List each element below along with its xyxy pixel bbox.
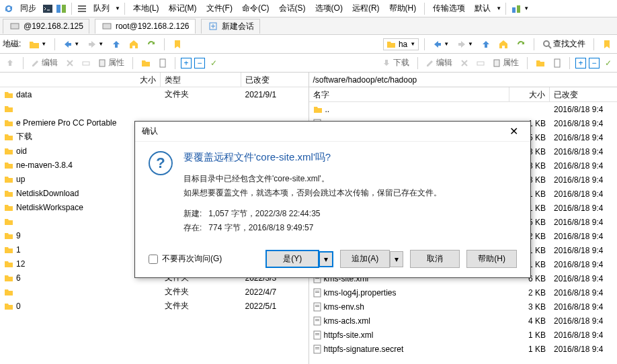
list-item[interactable]: kms-env.sh3 KB2016/8/18 9:4 xyxy=(309,300,618,314)
menu-remote[interactable]: 远程(R) xyxy=(348,1,384,15)
remote-path[interactable]: /software/hadoop/etc/hadoop xyxy=(309,73,618,87)
col-size[interactable]: 大小 xyxy=(509,87,550,101)
yes-dropdown[interactable]: ▾ xyxy=(319,251,333,267)
svg-rect-67 xyxy=(315,347,319,348)
menu-options[interactable]: 选项(O) xyxy=(311,1,347,15)
new-folder-icon[interactable] xyxy=(138,58,153,69)
folder-open-icon[interactable]: ▼ xyxy=(26,38,49,50)
svg-rect-58 xyxy=(315,305,319,306)
new-folder-icon[interactable] xyxy=(533,58,548,69)
no-ask-checkbox[interactable]: 不要再次询问(G) xyxy=(149,253,222,265)
delete-icon[interactable] xyxy=(63,58,77,69)
tab-session-1[interactable]: @192.168.2.125 xyxy=(3,19,89,34)
list-item[interactable]: httpfs-site.xml1 KB2016/8/18 9:4 xyxy=(309,328,618,342)
check-icon[interactable]: ✓ xyxy=(602,57,614,69)
col-size[interactable]: 大小 xyxy=(140,75,156,85)
terminal-icon[interactable] xyxy=(42,3,54,15)
new-file-icon[interactable] xyxy=(550,57,564,69)
close-icon[interactable]: ✕ xyxy=(503,125,524,138)
transfer-default[interactable]: 默认 xyxy=(470,1,495,15)
yes-button[interactable]: 是(Y) xyxy=(265,250,319,268)
tab-label: @192.168.2.125 xyxy=(24,21,83,31)
nav-home-icon[interactable] xyxy=(126,38,141,50)
list-item[interactable]: ..2016/8/18 9:4 xyxy=(309,102,618,116)
queue-icon[interactable] xyxy=(76,3,88,15)
svg-rect-65 xyxy=(315,334,319,335)
dialog-heading: 要覆盖远程文件'core-site.xml'吗? xyxy=(183,151,517,164)
list-item[interactable]: httpfs-signature.secret1 KB2016/8/18 9:4 xyxy=(309,342,618,356)
expand-icon[interactable]: + xyxy=(575,58,586,69)
delete-icon[interactable] xyxy=(458,58,471,69)
settings-icon[interactable] xyxy=(510,3,522,15)
tab-new-session[interactable]: 新建会话 xyxy=(201,19,260,34)
list-item[interactable]: data文件夹2021/9/1 xyxy=(0,87,308,101)
menu-mark[interactable]: 标记(M) xyxy=(165,1,201,15)
new-file-icon[interactable] xyxy=(156,57,169,69)
nav-fwd-icon[interactable]: ▼ xyxy=(454,38,476,50)
cancel-button[interactable]: 取消 xyxy=(410,250,460,268)
collapse-icon[interactable]: − xyxy=(589,58,600,69)
col-name[interactable]: 名字 xyxy=(309,87,510,101)
host-icon xyxy=(9,20,21,32)
bookmark-icon[interactable] xyxy=(170,38,185,50)
help-button[interactable]: 帮助(H) xyxy=(466,250,517,268)
question-icon: ? xyxy=(149,151,173,175)
svg-rect-5 xyxy=(78,11,86,12)
list-item[interactable]: kms-log4j.properties2 KB2016/8/18 9:4 xyxy=(309,285,618,300)
compare-icon[interactable] xyxy=(55,3,67,15)
nav-back-icon[interactable]: ▼ xyxy=(430,38,452,50)
svg-rect-8 xyxy=(11,24,19,29)
rename-icon[interactable] xyxy=(474,58,487,69)
sync-icon[interactable] xyxy=(3,3,15,15)
list-item[interactable]: 文件夹2022/4/7 xyxy=(0,285,308,299)
new-session-icon xyxy=(207,20,219,32)
nav-fwd-icon[interactable]: ▼ xyxy=(85,38,106,50)
refresh-icon[interactable] xyxy=(144,38,159,50)
menu-local[interactable]: 本地(L) xyxy=(129,1,163,15)
expand-icon[interactable]: + xyxy=(181,58,192,69)
menu-sync[interactable]: 同步 xyxy=(16,1,40,15)
edit-button[interactable]: 编辑 xyxy=(423,56,455,70)
edit-button[interactable]: 编辑 xyxy=(29,56,60,70)
nav-up-icon[interactable] xyxy=(479,38,493,50)
menu-session[interactable]: 会话(S) xyxy=(275,1,310,15)
svg-rect-16 xyxy=(494,60,499,66)
tab-label: 新建会话 xyxy=(222,21,254,32)
menu-cmd[interactable]: 命令(C) xyxy=(238,1,274,15)
nav-up-icon[interactable] xyxy=(109,38,124,50)
download-button[interactable]: 下载 xyxy=(379,56,412,70)
check-icon[interactable]: ✓ xyxy=(208,57,220,69)
remote-drive-combo[interactable]: ha▼ xyxy=(383,38,419,50)
col-mod[interactable]: 已改变 xyxy=(241,73,308,87)
menu-files[interactable]: 文件(F) xyxy=(202,1,237,15)
bookmark-icon[interactable] xyxy=(600,38,614,50)
host-icon xyxy=(101,20,113,32)
nav-back-icon[interactable]: ▼ xyxy=(60,38,82,50)
refresh-icon[interactable] xyxy=(513,38,528,50)
append-button[interactable]: 追加(A) xyxy=(340,250,390,268)
props-button[interactable]: 属性 xyxy=(490,56,522,70)
menu-help[interactable]: 帮助(H) xyxy=(385,1,421,15)
list-item[interactable] xyxy=(0,101,308,116)
confirm-dialog: 确认 ✕ ? 要覆盖远程文件'core-site.xml'吗? 目标目录中已经包… xyxy=(134,121,531,278)
svg-rect-2 xyxy=(62,5,66,13)
dialog-title: 确认 xyxy=(142,126,158,137)
svg-point-11 xyxy=(544,41,549,46)
svg-rect-14 xyxy=(160,59,165,67)
tab-session-2[interactable]: root@192.168.2.126 xyxy=(95,19,196,34)
nav-home-icon[interactable] xyxy=(496,38,511,50)
rename-icon[interactable] xyxy=(79,58,93,69)
svg-rect-59 xyxy=(315,306,319,307)
svg-rect-4 xyxy=(78,8,86,9)
col-mod[interactable]: 已改变 xyxy=(550,87,617,101)
list-item[interactable]: kms-acls.xml4 KB2016/8/18 9:4 xyxy=(309,314,618,328)
list-item[interactable]: 0文件夹2022/5/1 xyxy=(0,299,308,313)
props-button[interactable]: 属性 xyxy=(95,56,127,70)
upload-button[interactable] xyxy=(3,57,17,69)
append-dropdown[interactable]: ▾ xyxy=(390,251,403,267)
collapse-icon[interactable]: − xyxy=(194,58,205,69)
menu-queue[interactable]: 队列 xyxy=(89,1,114,15)
svg-rect-64 xyxy=(315,333,319,334)
find-button[interactable]: 查找文件 xyxy=(540,37,588,51)
col-type[interactable]: 类型 xyxy=(161,73,241,87)
